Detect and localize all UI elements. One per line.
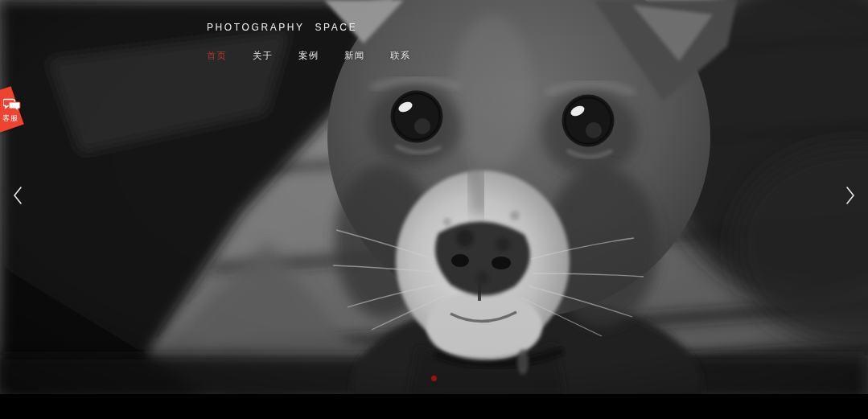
customer-service-badge[interactable]: 客服 xyxy=(0,88,29,138)
nav-item-home[interactable]: 首页 xyxy=(207,50,227,62)
nav-item-news[interactable]: 新闻 xyxy=(344,50,364,62)
chevron-left-icon xyxy=(12,186,23,205)
footer-strip xyxy=(0,394,868,419)
nav-item-contact[interactable]: 联系 xyxy=(390,50,410,62)
main-nav: 首页 关于 案例 新闻 联系 xyxy=(207,50,410,62)
nav-item-cases[interactable]: 案例 xyxy=(298,50,319,62)
carousel-dot-active[interactable] xyxy=(431,376,437,381)
site-header: PHOTOGRAPHY SPACE 首页 关于 案例 新闻 联系 xyxy=(207,22,410,62)
hero-photo-dog xyxy=(0,0,868,394)
carousel-dots xyxy=(0,376,868,381)
chevron-right-icon xyxy=(845,186,856,205)
badge-ribbon-shape xyxy=(0,86,24,138)
nav-item-about[interactable]: 关于 xyxy=(253,50,273,62)
page: PHOTOGRAPHY SPACE 首页 关于 案例 新闻 联系 客服 xyxy=(0,0,868,419)
site-logo[interactable]: PHOTOGRAPHY SPACE xyxy=(207,22,410,33)
carousel-prev-button[interactable] xyxy=(2,179,33,212)
hero-carousel: PHOTOGRAPHY SPACE 首页 关于 案例 新闻 联系 客服 xyxy=(0,0,868,394)
chat-bubbles-icon xyxy=(3,97,21,112)
carousel-next-button[interactable] xyxy=(835,179,866,212)
badge-label: 客服 xyxy=(2,113,25,124)
